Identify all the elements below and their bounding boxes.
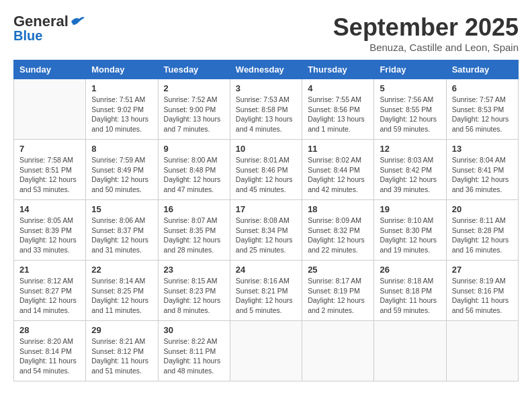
- weekday-header-saturday: Saturday: [446, 60, 518, 79]
- day-cell-4: 4Sunrise: 7:55 AMSunset: 8:56 PMDaylight…: [302, 79, 374, 140]
- logo: General Blue: [13, 13, 85, 43]
- day-info: Sunrise: 8:20 AMSunset: 8:14 PMDaylight:…: [19, 336, 80, 376]
- week-row-5: 28Sunrise: 8:20 AMSunset: 8:14 PMDayligh…: [14, 321, 519, 381]
- day-number: 3: [236, 83, 296, 93]
- day-number: 16: [164, 204, 224, 214]
- day-number: 11: [308, 144, 368, 154]
- day-number: 23: [164, 265, 224, 275]
- day-info: Sunrise: 8:06 AMSunset: 8:37 PMDaylight:…: [91, 216, 152, 255]
- day-number: 26: [380, 265, 440, 275]
- day-info: Sunrise: 8:03 AMSunset: 8:42 PMDaylight:…: [380, 155, 440, 195]
- calendar-table: SundayMondayTuesdayWednesdayThursdayFrid…: [13, 60, 519, 381]
- day-info: Sunrise: 7:57 AMSunset: 8:53 PMDaylight:…: [452, 95, 513, 134]
- day-cell-29: 29Sunrise: 8:21 AMSunset: 8:12 PMDayligh…: [86, 321, 158, 381]
- day-cell-1: 1Sunrise: 7:51 AMSunset: 9:02 PMDaylight…: [86, 79, 158, 140]
- day-number: 27: [452, 265, 513, 275]
- day-number: 9: [164, 144, 224, 154]
- weekday-header-row: SundayMondayTuesdayWednesdayThursdayFrid…: [14, 60, 519, 79]
- day-cell-27: 27Sunrise: 8:19 AMSunset: 8:16 PMDayligh…: [446, 261, 518, 321]
- page-title: September 2025: [333, 13, 519, 42]
- day-info: Sunrise: 8:18 AMSunset: 8:18 PMDaylight:…: [380, 276, 440, 316]
- day-cell-12: 12Sunrise: 8:03 AMSunset: 8:42 PMDayligh…: [374, 140, 446, 200]
- day-cell-21: 21Sunrise: 8:12 AMSunset: 8:27 PMDayligh…: [14, 261, 86, 321]
- week-row-4: 21Sunrise: 8:12 AMSunset: 8:27 PMDayligh…: [14, 261, 519, 321]
- day-cell-7: 7Sunrise: 7:58 AMSunset: 8:51 PMDaylight…: [14, 140, 86, 200]
- day-cell-16: 16Sunrise: 8:07 AMSunset: 8:35 PMDayligh…: [158, 200, 230, 261]
- week-row-2: 7Sunrise: 7:58 AMSunset: 8:51 PMDaylight…: [14, 140, 519, 200]
- page-header: General Blue September 2025 Benuza, Cast…: [13, 13, 519, 53]
- day-cell-25: 25Sunrise: 8:17 AMSunset: 8:19 PMDayligh…: [302, 261, 374, 321]
- day-cell-18: 18Sunrise: 8:09 AMSunset: 8:32 PMDayligh…: [302, 200, 374, 261]
- day-number: 29: [91, 325, 152, 335]
- day-info: Sunrise: 7:56 AMSunset: 8:55 PMDaylight:…: [380, 95, 440, 134]
- day-number: 13: [452, 144, 513, 154]
- day-info: Sunrise: 8:07 AMSunset: 8:35 PMDaylight:…: [164, 216, 224, 255]
- day-cell-10: 10Sunrise: 8:01 AMSunset: 8:46 PMDayligh…: [230, 140, 302, 200]
- day-number: 2: [164, 83, 224, 93]
- day-info: Sunrise: 8:22 AMSunset: 8:11 PMDaylight:…: [164, 336, 224, 376]
- day-number: 22: [91, 265, 152, 275]
- day-info: Sunrise: 7:59 AMSunset: 8:49 PMDaylight:…: [91, 155, 152, 195]
- day-cell-28: 28Sunrise: 8:20 AMSunset: 8:14 PMDayligh…: [14, 321, 86, 381]
- day-info: Sunrise: 8:01 AMSunset: 8:46 PMDaylight:…: [236, 155, 296, 195]
- day-info: Sunrise: 8:08 AMSunset: 8:34 PMDaylight:…: [236, 216, 296, 255]
- day-cell-22: 22Sunrise: 8:14 AMSunset: 8:25 PMDayligh…: [86, 261, 158, 321]
- day-number: 1: [91, 83, 152, 93]
- day-info: Sunrise: 8:02 AMSunset: 8:44 PMDaylight:…: [308, 155, 368, 195]
- empty-cell: [302, 321, 374, 381]
- day-cell-24: 24Sunrise: 8:16 AMSunset: 8:21 PMDayligh…: [230, 261, 302, 321]
- day-cell-20: 20Sunrise: 8:11 AMSunset: 8:28 PMDayligh…: [446, 200, 518, 261]
- weekday-header-sunday: Sunday: [14, 60, 86, 79]
- day-cell-26: 26Sunrise: 8:18 AMSunset: 8:18 PMDayligh…: [374, 261, 446, 321]
- day-info: Sunrise: 8:16 AMSunset: 8:21 PMDaylight:…: [236, 276, 296, 316]
- day-number: 25: [308, 265, 368, 275]
- day-cell-23: 23Sunrise: 8:15 AMSunset: 8:23 PMDayligh…: [158, 261, 230, 321]
- empty-cell: [374, 321, 446, 381]
- day-cell-6: 6Sunrise: 7:57 AMSunset: 8:53 PMDaylight…: [446, 79, 518, 140]
- day-number: 15: [91, 204, 152, 214]
- day-cell-13: 13Sunrise: 8:04 AMSunset: 8:41 PMDayligh…: [446, 140, 518, 200]
- weekday-header-tuesday: Tuesday: [158, 60, 230, 79]
- bird-icon: [70, 15, 85, 28]
- weekday-header-monday: Monday: [86, 60, 158, 79]
- week-row-3: 14Sunrise: 8:05 AMSunset: 8:39 PMDayligh…: [14, 200, 519, 261]
- day-number: 10: [236, 144, 296, 154]
- weekday-header-thursday: Thursday: [302, 60, 374, 79]
- day-info: Sunrise: 8:05 AMSunset: 8:39 PMDaylight:…: [19, 216, 80, 255]
- day-number: 28: [19, 325, 80, 335]
- day-info: Sunrise: 8:15 AMSunset: 8:23 PMDaylight:…: [164, 276, 224, 316]
- day-number: 14: [19, 204, 80, 214]
- day-cell-5: 5Sunrise: 7:56 AMSunset: 8:55 PMDaylight…: [374, 79, 446, 140]
- day-cell-14: 14Sunrise: 8:05 AMSunset: 8:39 PMDayligh…: [14, 200, 86, 261]
- day-cell-11: 11Sunrise: 8:02 AMSunset: 8:44 PMDayligh…: [302, 140, 374, 200]
- day-info: Sunrise: 7:52 AMSunset: 9:00 PMDaylight:…: [164, 95, 224, 134]
- day-info: Sunrise: 8:17 AMSunset: 8:19 PMDaylight:…: [308, 276, 368, 316]
- day-number: 8: [91, 144, 152, 154]
- day-info: Sunrise: 8:11 AMSunset: 8:28 PMDaylight:…: [452, 216, 513, 255]
- day-cell-8: 8Sunrise: 7:59 AMSunset: 8:49 PMDaylight…: [86, 140, 158, 200]
- day-number: 18: [308, 204, 368, 214]
- day-info: Sunrise: 8:12 AMSunset: 8:27 PMDaylight:…: [19, 276, 80, 316]
- day-number: 4: [308, 83, 368, 93]
- day-number: 5: [380, 83, 440, 93]
- day-info: Sunrise: 7:55 AMSunset: 8:56 PMDaylight:…: [308, 95, 368, 134]
- day-info: Sunrise: 7:53 AMSunset: 8:58 PMDaylight:…: [236, 95, 296, 134]
- week-row-1: 1Sunrise: 7:51 AMSunset: 9:02 PMDaylight…: [14, 79, 519, 140]
- weekday-header-wednesday: Wednesday: [230, 60, 302, 79]
- day-number: 7: [19, 144, 80, 154]
- day-number: 17: [236, 204, 296, 214]
- empty-cell: [230, 321, 302, 381]
- day-cell-15: 15Sunrise: 8:06 AMSunset: 8:37 PMDayligh…: [86, 200, 158, 261]
- page-subtitle: Benuza, Castille and Leon, Spain: [333, 42, 519, 53]
- day-number: 20: [452, 204, 513, 214]
- day-cell-2: 2Sunrise: 7:52 AMSunset: 9:00 PMDaylight…: [158, 79, 230, 140]
- day-number: 21: [19, 265, 80, 275]
- weekday-header-friday: Friday: [374, 60, 446, 79]
- day-cell-9: 9Sunrise: 8:00 AMSunset: 8:48 PMDaylight…: [158, 140, 230, 200]
- title-block: September 2025 Benuza, Castille and Leon…: [333, 13, 519, 53]
- day-number: 6: [452, 83, 513, 93]
- day-number: 30: [164, 325, 224, 335]
- day-info: Sunrise: 8:10 AMSunset: 8:30 PMDaylight:…: [380, 216, 440, 255]
- day-info: Sunrise: 8:19 AMSunset: 8:16 PMDaylight:…: [452, 276, 513, 316]
- day-cell-17: 17Sunrise: 8:08 AMSunset: 8:34 PMDayligh…: [230, 200, 302, 261]
